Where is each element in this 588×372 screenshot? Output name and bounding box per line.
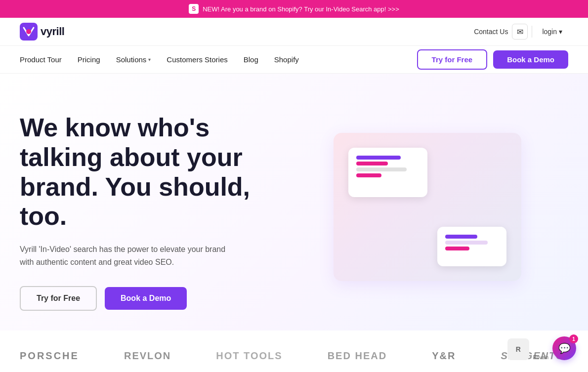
hero-try-free-button[interactable]: Try for Free (20, 286, 97, 311)
nav-shopify-label: Shopify (274, 55, 299, 64)
hero-title: We know who's talking about your brand. … (20, 113, 287, 231)
chat-revain-label: Rovain (533, 355, 548, 360)
nav-book-demo-button[interactable]: Book a Demo (493, 50, 568, 69)
nav-solutions-label: Solutions (116, 55, 147, 64)
brand-bedhead: BED HEAD (328, 350, 387, 362)
brands-row: PORSCHE REVLON HOT TOOLS BED HEAD Y&R SA… (20, 350, 568, 362)
mockup-bar-light (356, 167, 407, 171)
banner-text: NEW! Are you a brand on Shopify? Try our… (203, 5, 399, 13)
shopify-icon: S (189, 4, 199, 14)
hero-book-demo-button[interactable]: Book a Demo (105, 287, 187, 310)
brand-yr: Y&R (432, 350, 456, 362)
hero-right (287, 103, 568, 311)
hero-left: We know who's talking about your brand. … (20, 103, 287, 311)
nav-blog-label: Blog (244, 55, 258, 64)
hero-subtitle: Vyrill 'In-Video' search has the power t… (20, 243, 227, 268)
mockup-bar-pink2 (356, 173, 381, 177)
mockup-bar-2b (445, 241, 488, 245)
solutions-chevron-icon: ▾ (148, 57, 151, 62)
mockup-card-1 (348, 148, 427, 197)
nav-pricing[interactable]: Pricing (78, 55, 100, 64)
revain-icon[interactable]: R (507, 338, 529, 360)
contact-label: Contact Us (474, 28, 508, 36)
mail-icon: ✉ (512, 24, 528, 40)
nav-blog[interactable]: Blog (244, 55, 258, 64)
mockup-bar-2c (445, 247, 469, 250)
chat-widget: R Rovain 💬 1 (507, 336, 576, 360)
brands-section: PORSCHE REVLON HOT TOOLS BED HEAD Y&R SA… (0, 331, 588, 372)
nav-shopify[interactable]: Shopify (274, 55, 299, 64)
hero-section: We know who's talking about your brand. … (0, 74, 588, 331)
brand-revlon: REVLON (124, 350, 171, 362)
top-banner[interactable]: S NEW! Are you a brand on Shopify? Try o… (0, 0, 588, 18)
main-nav: Product Tour Pricing Solutions ▾ Custome… (0, 46, 588, 74)
header: vyrill Contact Us ✉ login ▾ (0, 18, 588, 46)
nav-customers-stories[interactable]: Customers Stories (167, 55, 227, 64)
chat-icon: 💬 (558, 342, 571, 354)
nav-pricing-label: Pricing (78, 55, 100, 64)
chat-brand-label: Rovain (533, 355, 548, 360)
header-divider (532, 26, 532, 38)
nav-try-free-button[interactable]: Try for Free (417, 49, 488, 70)
chat-button[interactable]: 💬 1 (552, 336, 576, 360)
mockup-bar-purple (356, 156, 401, 160)
hero-buttons: Try for Free Book a Demo (20, 286, 287, 311)
mockup-card-2 (437, 227, 506, 266)
chat-badge: 1 (569, 334, 578, 343)
nav-customers-stories-label: Customers Stories (167, 55, 227, 64)
brand-hottools: HOT TOOLS (216, 350, 282, 362)
login-button[interactable]: login ▾ (536, 25, 568, 39)
nav-links: Product Tour Pricing Solutions ▾ Custome… (20, 55, 417, 64)
nav-product-tour[interactable]: Product Tour (20, 55, 62, 64)
logo[interactable]: vyrill (20, 23, 64, 41)
login-chevron-icon: ▾ (559, 28, 562, 36)
nav-cta-area: Try for Free Book a Demo (417, 49, 568, 70)
nav-product-tour-label: Product Tour (20, 55, 62, 64)
svg-point-1 (26, 29, 31, 34)
contact-us-link[interactable]: Contact Us ✉ (474, 24, 528, 40)
mockup-bar-pink (356, 162, 388, 165)
hero-mockup (334, 133, 521, 281)
brand-porsche: PORSCHE (20, 350, 79, 362)
logo-icon (20, 23, 38, 41)
mockup-bar-2a (445, 235, 477, 239)
nav-solutions[interactable]: Solutions ▾ (116, 55, 151, 64)
revain-logo: R (516, 345, 521, 353)
logo-text: vyrill (41, 25, 64, 38)
